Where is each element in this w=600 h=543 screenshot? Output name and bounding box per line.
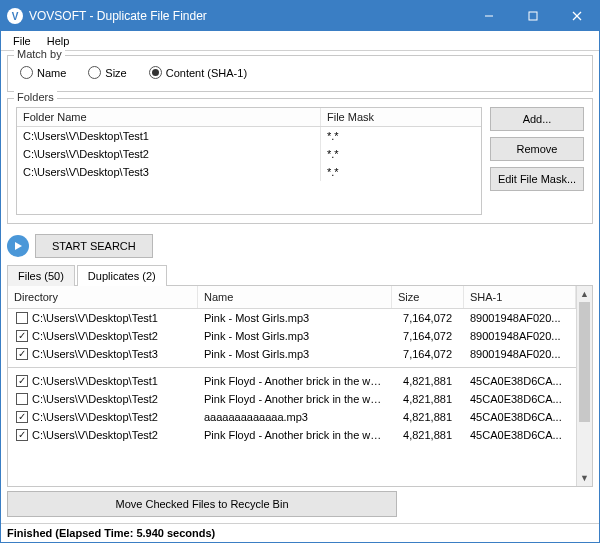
col-name[interactable]: Name — [198, 286, 392, 308]
folders-row[interactable]: C:\Users\V\Desktop\Test1*.* — [17, 127, 481, 145]
row-directory: C:\Users\V\Desktop\Test3 — [32, 348, 158, 360]
row-directory: C:\Users\V\Desktop\Test1 — [32, 375, 158, 387]
radio-icon — [149, 66, 162, 79]
folder-mask: *.* — [321, 145, 481, 163]
row-checkbox[interactable] — [16, 429, 28, 441]
radio-icon — [20, 66, 33, 79]
bottom-actions: Move Checked Files to Recycle Bin — [7, 487, 593, 521]
scroll-thumb[interactable] — [579, 302, 590, 422]
folders-col-mask[interactable]: File Mask — [321, 108, 481, 126]
result-tabs: Files (50) Duplicates (2) — [7, 264, 593, 286]
table-row[interactable]: C:\Users\V\Desktop\Test1Pink - Most Girl… — [8, 309, 576, 327]
row-name: Pink Floyd - Another brick in the wall.m… — [198, 427, 392, 443]
scroll-up-icon[interactable]: ▲ — [577, 286, 592, 302]
row-name: Pink - Most Girls.mp3 — [198, 346, 392, 362]
row-sha1: 45CA0E38D6CA... — [464, 409, 576, 425]
row-directory: C:\Users\V\Desktop\Test2 — [32, 393, 158, 405]
folders-legend: Folders — [14, 91, 57, 103]
play-icon[interactable] — [7, 235, 29, 257]
row-directory: C:\Users\V\Desktop\Test2 — [32, 330, 158, 342]
row-checkbox[interactable] — [16, 393, 28, 405]
results-body: C:\Users\V\Desktop\Test1Pink - Most Girl… — [8, 309, 576, 444]
tab-duplicates[interactable]: Duplicates (2) — [77, 265, 167, 286]
row-checkbox[interactable] — [16, 312, 28, 324]
row-sha1: 89001948AF020... — [464, 310, 576, 326]
menu-help[interactable]: Help — [39, 33, 78, 49]
start-search-button[interactable]: START SEARCH — [35, 234, 153, 258]
minimize-button[interactable] — [467, 1, 511, 31]
row-size: 4,821,881 — [392, 391, 464, 407]
row-size: 4,821,881 — [392, 409, 464, 425]
row-name: aaaaaaaaaaaaa.mp3 — [198, 409, 392, 425]
folders-buttons: Add... Remove Edit File Mask... — [490, 107, 584, 215]
tab-files[interactable]: Files (50) — [7, 265, 75, 286]
table-row[interactable]: C:\Users\V\Desktop\Test2Pink Floyd - Ano… — [8, 426, 576, 444]
row-checkbox[interactable] — [16, 375, 28, 387]
maximize-button[interactable] — [511, 1, 555, 31]
row-sha1: 45CA0E38D6CA... — [464, 391, 576, 407]
radio-size[interactable]: Size — [88, 66, 126, 79]
folders-row[interactable]: C:\Users\V\Desktop\Test3*.* — [17, 163, 481, 181]
close-button[interactable] — [555, 1, 599, 31]
table-row[interactable]: C:\Users\V\Desktop\Test2Pink Floyd - Ano… — [8, 390, 576, 408]
row-checkbox[interactable] — [16, 348, 28, 360]
move-to-recycle-button[interactable]: Move Checked Files to Recycle Bin — [7, 491, 397, 517]
col-sha1[interactable]: SHA-1 — [464, 286, 576, 308]
folder-path: C:\Users\V\Desktop\Test3 — [17, 163, 321, 181]
svg-marker-4 — [15, 242, 22, 250]
table-row[interactable]: C:\Users\V\Desktop\Test3Pink - Most Girl… — [8, 345, 576, 363]
radio-name[interactable]: Name — [20, 66, 66, 79]
row-directory: C:\Users\V\Desktop\Test2 — [32, 411, 158, 423]
row-name: Pink Floyd - Another brick in the wall.m… — [198, 391, 392, 407]
row-size: 7,164,072 — [392, 328, 464, 344]
app-icon: V — [7, 8, 23, 24]
row-size: 7,164,072 — [392, 346, 464, 362]
window-controls — [467, 1, 599, 31]
group-divider — [8, 367, 576, 368]
folders-table[interactable]: Folder Name File Mask C:\Users\V\Desktop… — [16, 107, 482, 215]
edit-file-mask-button[interactable]: Edit File Mask... — [490, 167, 584, 191]
content-area: Match by Name Size Content (SHA-1) Folde… — [1, 51, 599, 523]
row-size: 7,164,072 — [392, 310, 464, 326]
radio-size-label: Size — [105, 67, 126, 79]
row-name: Pink - Most Girls.mp3 — [198, 310, 392, 326]
svg-rect-1 — [529, 12, 537, 20]
row-sha1: 89001948AF020... — [464, 328, 576, 344]
results-scrollbar[interactable]: ▲ ▼ — [576, 286, 592, 486]
folders-body: C:\Users\V\Desktop\Test1*.*C:\Users\V\De… — [17, 127, 481, 181]
remove-folder-button[interactable]: Remove — [490, 137, 584, 161]
row-sha1: 89001948AF020... — [464, 346, 576, 362]
radio-icon — [88, 66, 101, 79]
status-text: Finished (Elapsed Time: 5.940 seconds) — [7, 527, 215, 539]
radio-content-label: Content (SHA-1) — [166, 67, 247, 79]
table-row[interactable]: C:\Users\V\Desktop\Test1Pink Floyd - Ano… — [8, 372, 576, 390]
table-row[interactable]: C:\Users\V\Desktop\Test2Pink - Most Girl… — [8, 327, 576, 345]
row-checkbox[interactable] — [16, 411, 28, 423]
radio-content[interactable]: Content (SHA-1) — [149, 66, 247, 79]
table-row[interactable]: C:\Users\V\Desktop\Test2aaaaaaaaaaaaa.mp… — [8, 408, 576, 426]
results-header: Directory Name Size SHA-1 — [8, 286, 576, 309]
folder-path: C:\Users\V\Desktop\Test1 — [17, 127, 321, 145]
row-sha1: 45CA0E38D6CA... — [464, 373, 576, 389]
results-panel: Directory Name Size SHA-1 C:\Users\V\Des… — [7, 286, 593, 487]
row-name: Pink Floyd - Another brick in the wall -… — [198, 373, 392, 389]
row-sha1: 45CA0E38D6CA... — [464, 427, 576, 443]
match-by-group: Match by Name Size Content (SHA-1) — [7, 55, 593, 92]
results-table: Directory Name Size SHA-1 C:\Users\V\Des… — [8, 286, 576, 486]
folders-group: Folders Folder Name File Mask C:\Users\V… — [7, 98, 593, 224]
folders-col-name[interactable]: Folder Name — [17, 108, 321, 126]
col-size[interactable]: Size — [392, 286, 464, 308]
menu-file[interactable]: File — [5, 33, 39, 49]
add-folder-button[interactable]: Add... — [490, 107, 584, 131]
folders-row[interactable]: C:\Users\V\Desktop\Test2*.* — [17, 145, 481, 163]
status-bar: Finished (Elapsed Time: 5.940 seconds) — [1, 523, 599, 542]
match-by-legend: Match by — [14, 48, 65, 60]
folders-header: Folder Name File Mask — [17, 108, 481, 127]
scroll-down-icon[interactable]: ▼ — [577, 470, 592, 486]
col-directory[interactable]: Directory — [8, 286, 198, 308]
row-checkbox[interactable] — [16, 330, 28, 342]
window-title: VOVSOFT - Duplicate File Finder — [29, 9, 467, 23]
radio-name-label: Name — [37, 67, 66, 79]
row-size: 4,821,881 — [392, 373, 464, 389]
row-name: Pink - Most Girls.mp3 — [198, 328, 392, 344]
